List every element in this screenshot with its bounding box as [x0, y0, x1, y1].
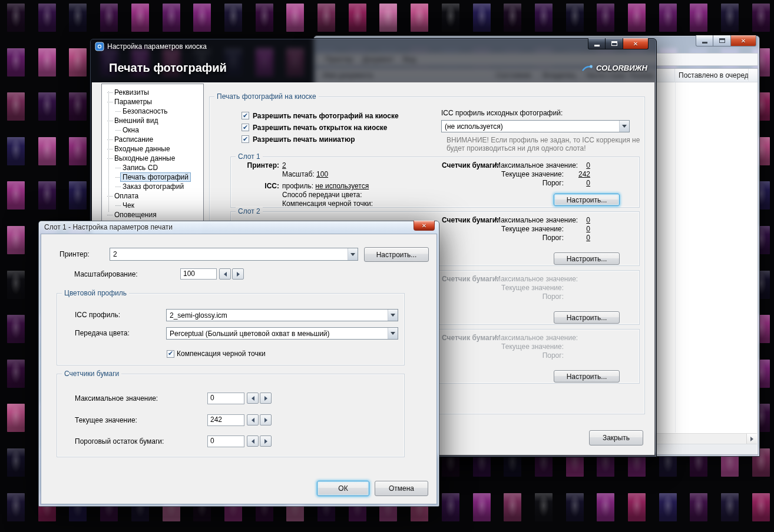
- threshold-label: Пороговый остаток бумаги:: [75, 437, 164, 446]
- scroll-right-button[interactable]: [746, 434, 757, 444]
- close-button[interactable]: ✕: [730, 35, 756, 46]
- desktop-thumbnail: [659, 4, 677, 32]
- counter-threshold-label: Порог:: [495, 234, 564, 242]
- tree-connector: [115, 168, 121, 168]
- counter-current-label: Текущее значение:: [495, 225, 564, 233]
- tree-item[interactable]: Чек: [102, 201, 203, 210]
- close-button[interactable]: ✕: [623, 38, 649, 49]
- max-decrement-button[interactable]: [247, 393, 259, 404]
- slot-3-configure-button[interactable]: Настроить...: [554, 311, 620, 324]
- tree-item-label: Реквизиты: [113, 88, 151, 97]
- minimize-button[interactable]: [588, 38, 606, 49]
- minimize-icon: [594, 45, 600, 46]
- close-window-button[interactable]: Закрыть: [589, 430, 643, 445]
- tree-item[interactable]: Оплата: [102, 191, 203, 201]
- icc-warning-line1: ВНИМАНИЕ! Если профиль не задан, то ICC …: [446, 136, 640, 144]
- tree-item[interactable]: Печать фотографий: [102, 172, 203, 182]
- minimize-button[interactable]: [696, 35, 713, 46]
- desktop-thumbnail: [224, 4, 242, 32]
- tree-item[interactable]: Оповещения: [102, 210, 203, 220]
- icc-warning-line2: будет производиться ни для одного слота!: [446, 144, 586, 152]
- desktop-thumbnail: [100, 4, 118, 32]
- black-point-compensation-checkbox[interactable]: ✔ Компенсация черной точки: [167, 350, 266, 358]
- desktop-thumbnail: [69, 92, 87, 121]
- current-increment-button[interactable]: [260, 414, 272, 425]
- desktop-thumbnail: [597, 4, 614, 32]
- desktop-thumbnail: [256, 4, 273, 32]
- tree-item-label: Заказ фотографий: [121, 182, 186, 191]
- checkbox-allow-photo-print[interactable]: ✔ Разрешить печать фотографий на киоске: [242, 111, 399, 120]
- threshold-increment-button[interactable]: [260, 435, 272, 447]
- desktop-thumbnail: [442, 493, 459, 521]
- threshold-decrement-button[interactable]: [247, 435, 259, 447]
- spin-right-icon: [264, 439, 267, 444]
- maximize-button[interactable]: [606, 38, 623, 49]
- printer-select[interactable]: 2: [110, 248, 358, 261]
- scaling-increment-button[interactable]: [232, 268, 244, 280]
- desktop-thumbnail: [473, 493, 491, 521]
- slot-1-group: Слот 1 Принтер: 2 Масштаб: 100 ICC: проф…: [230, 157, 640, 208]
- desktop-thumbnail: [535, 4, 553, 32]
- desktop-thumbnail: [38, 92, 56, 121]
- desktop-thumbnail: [286, 4, 304, 32]
- group-legend: Печать фотографий на киоске: [214, 92, 319, 101]
- cancel-button[interactable]: Отмена: [375, 481, 428, 496]
- slot-4-configure-button[interactable]: Настроить...: [554, 370, 620, 383]
- printer-value: 2: [282, 161, 286, 169]
- rendering-intent-select[interactable]: Perceptual (Больший цветовой охват в мен…: [166, 327, 398, 340]
- tree-item[interactable]: Заказ фотографий: [102, 182, 203, 191]
- brand-logo-text: COLORВИЖН: [596, 64, 647, 72]
- tree-item[interactable]: Реквизиты: [102, 88, 203, 97]
- desktop-thumbnail: [7, 4, 25, 32]
- desktop-thumbnail: [504, 4, 521, 32]
- spin-left-icon: [224, 272, 227, 277]
- icc-profile-select[interactable]: 2_semi-glossy.icm: [166, 309, 398, 321]
- maximize-button[interactable]: [713, 35, 730, 46]
- tree-item[interactable]: Запись CD: [102, 163, 203, 172]
- maximize-icon: [611, 41, 617, 46]
- counter-current-value: 242: [578, 170, 590, 178]
- tree-item[interactable]: Расписание: [102, 135, 203, 144]
- desktop-thumbnail: [752, 493, 770, 521]
- checkbox-icon: ✔: [242, 135, 249, 143]
- dialog-close-button[interactable]: ✕: [414, 221, 435, 231]
- slot-1-configure-button[interactable]: Настроить...: [554, 194, 620, 206]
- checkbox-allow-thumbnail-print[interactable]: ✔ Разрешить печать миниатюр: [242, 135, 355, 144]
- desktop-thumbnail: [7, 448, 25, 477]
- threshold-input[interactable]: 0: [207, 435, 244, 447]
- tree-item[interactable]: Внешний вид: [102, 116, 203, 125]
- tree-item[interactable]: Выходные данные: [102, 154, 203, 163]
- tree-connector: [107, 92, 113, 93]
- scaling-input[interactable]: 100: [180, 268, 217, 280]
- dialog-title[interactable]: Слот 1 - Настройка параметров печати: [44, 223, 173, 231]
- tree-item[interactable]: Безопасность: [102, 107, 203, 116]
- desktop-thumbnail: [131, 4, 149, 32]
- desktop-thumbnail: [721, 4, 739, 32]
- titlebar[interactable]: Настройка параметров киоска: [90, 38, 657, 54]
- tree-item[interactable]: Входные данные: [102, 144, 203, 154]
- spin-right-icon: [264, 396, 267, 401]
- max-value-input[interactable]: 0: [207, 393, 244, 404]
- counter-threshold-label: Порог:: [495, 292, 564, 301]
- icc-source-profile-select[interactable]: (не используется): [441, 120, 630, 132]
- tree-item[interactable]: Параметры: [102, 97, 203, 107]
- printer-label: Принтер:: [231, 161, 279, 169]
- current-decrement-button[interactable]: [247, 414, 259, 425]
- tree-item-label: Чек: [121, 201, 136, 210]
- desktop-thumbnail: [69, 4, 87, 32]
- current-value-input[interactable]: 242: [207, 414, 244, 426]
- slot-2-configure-button[interactable]: Настроить...: [554, 252, 620, 265]
- desktop-thumbnail: [69, 137, 87, 165]
- tree-connector: [107, 102, 113, 102]
- counter-threshold-value: 0: [586, 234, 590, 242]
- counter-current-value: 0: [586, 225, 590, 233]
- tree-item-label: Запись CD: [121, 164, 160, 172]
- ok-button[interactable]: ОК: [317, 481, 369, 496]
- checkbox-allow-postcard-print[interactable]: ✔ Разрешить печать открыток на киоске: [242, 123, 388, 132]
- spin-left-icon: [252, 418, 254, 423]
- column-header[interactable]: Поставлено в очередь: [675, 69, 749, 82]
- tree-item[interactable]: Окна: [102, 125, 203, 135]
- scaling-decrement-button[interactable]: [219, 268, 231, 280]
- max-increment-button[interactable]: [260, 393, 272, 404]
- printer-configure-button[interactable]: Настроить...: [364, 247, 429, 262]
